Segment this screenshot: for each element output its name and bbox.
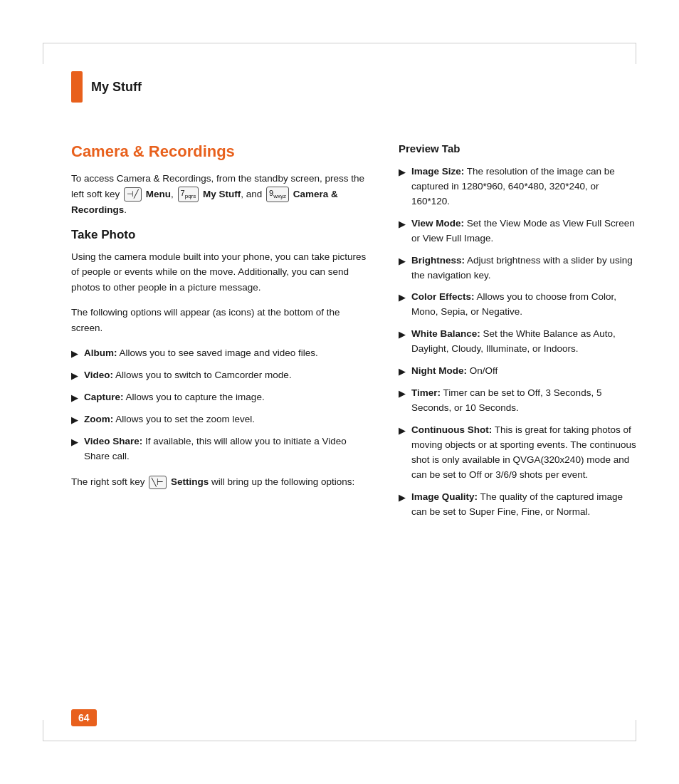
bullet-text: On/Off [470,365,498,376]
bullet-label: Image Size: [411,166,464,177]
bullet-arrow-icon: ▶ [399,165,406,179]
bullet-arrow-icon: ▶ [399,491,406,505]
list-item: ▶ Color Effects: Allows you to choose fr… [399,290,636,320]
bullet-content: Color Effects: Allows you to choose from… [411,290,636,320]
bullet-arrow-icon: ▶ [399,328,406,342]
right-bullet-list: ▶ Image Size: The resolution of the imag… [399,164,636,520]
bullet-content: Image Quality: The quality of the captur… [411,490,636,520]
list-item: ▶ Continuous Shot: This is great for tak… [399,423,636,483]
bullet-arrow-icon: ▶ [399,254,406,268]
bullet-label: Album: [84,347,117,358]
page-number-badge: 64 [71,709,97,726]
left-bullet-list: ▶ Album: Allows you to see saved image a… [71,346,370,464]
bullet-label: Image Quality: [411,491,478,502]
header: My Stuff [71,71,142,103]
preview-tab-heading: Preview Tab [399,142,636,155]
bullet-label: Video Share: [84,436,142,446]
bullet-content: Video: Allows you to switch to Camcorder… [84,368,370,383]
key-7-icon: 7pqrs [178,187,199,202]
settings-note-text2: will bring up the following options: [211,476,354,487]
header-title: My Stuff [91,80,142,95]
bullet-label: Brightness: [411,255,465,266]
page-border-bottom [43,741,636,741]
bullet-arrow-icon: ▶ [399,365,406,379]
list-item: ▶ Video: Allows you to switch to Camcord… [71,368,370,383]
list-item: ▶ Capture: Allows you to capture the ima… [71,390,370,405]
left-soft-key-icon: ⊣╱ [124,187,142,202]
list-item: ▶ Image Size: The resolution of the imag… [399,164,636,209]
bullet-label: View Mode: [411,218,464,229]
bullet-content: Album: Allows you to see saved image and… [84,346,370,361]
menu-key-label: Menu [146,189,171,199]
bullet-text: Timer can be set to Off, 3 Seconds, 5 Se… [411,387,601,413]
take-photo-title: Take Photo [71,228,370,242]
bullet-content: Continuous Shot: This is great for takin… [411,423,636,483]
bullet-arrow-icon: ▶ [399,291,406,305]
bullet-label: White Balance: [411,328,480,339]
bullet-arrow-icon: ▶ [399,424,406,438]
bullet-label: Video: [84,370,113,380]
right-column: Preview Tab ▶ Image Size: The resolution… [399,142,636,527]
header-bar-icon [71,71,83,103]
bullet-label: Night Mode: [411,365,467,376]
bullet-content: Video Share: If available, this will all… [84,434,370,464]
bullet-label: Timer: [411,387,441,398]
settings-note-text1: The right soft key [71,476,145,487]
bullet-label: Zoom: [84,414,113,424]
bullet-label: Continuous Shot: [411,424,492,435]
settings-note: The right soft key ╲⊢ Settings will brin… [71,474,370,490]
bullet-content: Night Mode: On/Off [411,364,636,379]
right-soft-key-icon: ╲⊢ [149,476,167,490]
intro-and-text: , and [241,189,262,199]
bullet-content: Zoom: Allows you to set the zoom level. [84,412,370,427]
bullet-text: Allows you to capture the image. [126,392,265,402]
page-border-left-top [43,43,43,64]
list-item: ▶ Night Mode: On/Off [399,364,636,379]
list-item: ▶ Video Share: If available, this will a… [71,434,370,464]
bullet-label: Color Effects: [411,291,475,302]
page-border-right-top [636,43,636,64]
bullet-arrow-icon: ▶ [399,387,406,401]
list-item: ▶ Album: Allows you to see saved image a… [71,346,370,361]
bullet-content: Capture: Allows you to capture the image… [84,390,370,405]
bullet-label: Capture: [84,392,124,402]
bullet-content: Image Size: The resolution of the image … [411,164,636,209]
left-column: Camera & Recordings To access Camera & R… [71,142,370,527]
list-item: ▶ White Balance: Set the White Balance a… [399,327,636,357]
list-item: ▶ Image Quality: The quality of the capt… [399,490,636,520]
bullet-arrow-icon: ▶ [71,413,78,427]
bullet-text: Allows you to see saved image and video … [120,347,318,358]
page-border-left-bottom [43,720,43,741]
my-stuff-label: My Stuff [203,189,241,199]
key-9-icon: 9wxyz [266,187,289,202]
page-border-top [43,43,636,43]
bullet-content: Timer: Timer can be set to Off, 3 Second… [411,386,636,416]
bullet-arrow-icon: ▶ [71,369,78,383]
intro-paragraph: To access Camera & Recordings, from the … [71,171,370,218]
bullet-text: Allows you to set the zoom level. [115,414,255,424]
camera-recordings-title: Camera & Recordings [71,142,370,161]
bullet-content: View Mode: Set the View Mode as View Ful… [411,216,636,246]
bullet-arrow-icon: ▶ [71,435,78,449]
bullet-arrow-icon: ▶ [71,391,78,405]
bullet-arrow-icon: ▶ [399,217,406,231]
list-item: ▶ Brightness: Adjust brightness with a s… [399,254,636,283]
main-content: Camera & Recordings To access Camera & R… [71,142,636,527]
bullet-content: Brightness: Adjust brightness with a sli… [411,254,636,283]
page-border-right-bottom [636,720,636,741]
list-item: ▶ Zoom: Allows you to set the zoom level… [71,412,370,427]
take-photo-intro: Using the camera module built into your … [71,249,370,296]
list-item: ▶ Timer: Timer can be set to Off, 3 Seco… [399,386,636,416]
settings-label: Settings [171,476,209,487]
bullet-content: White Balance: Set the White Balance as … [411,327,636,357]
page-number: 64 [71,712,97,723]
take-photo-intro2: The following options will appear (as ic… [71,305,370,335]
bullet-text: Allows you to switch to Camcorder mode. [115,370,292,380]
list-item: ▶ View Mode: Set the View Mode as View F… [399,216,636,246]
bullet-arrow-icon: ▶ [71,347,78,361]
